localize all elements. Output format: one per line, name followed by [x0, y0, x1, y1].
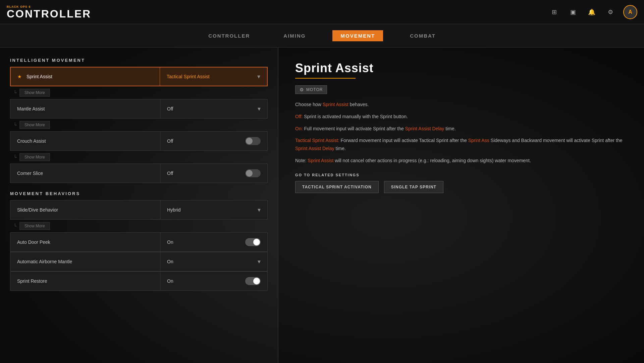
toggle-crouch[interactable] [245, 137, 261, 145]
movement-behaviors-list: Slide/Dive Behavior Hybrid ▾ └ Show More… [10, 200, 268, 291]
setting-sprint-assist[interactable]: ★ Sprint Assist Tactical Sprint Assist ▾ [10, 67, 268, 86]
setting-value-corner[interactable]: Off [160, 164, 267, 183]
highlight-sprint-delay: Sprint Assist Delay [405, 126, 444, 131]
related-buttons: Tactical Sprint Activation SINGLE TAP SP… [295, 181, 627, 193]
show-more-label-slide[interactable]: Show More [19, 222, 50, 230]
portrait-icon[interactable]: ▣ [567, 6, 579, 18]
nav-tabs: CONTROLLER AIMING MOVEMENT COMBAT [0, 24, 644, 48]
tab-combat[interactable]: COMBAT [403, 30, 442, 41]
setting-airborne-mantle[interactable]: Automatic Airborne Mantle On ▾ [10, 252, 268, 271]
highlight-tactical: Tactical Sprint Assist: [295, 138, 339, 143]
setting-value-slide[interactable]: Hybrid ▾ [160, 200, 267, 219]
setting-sprint-restore[interactable]: Sprint Restore On [10, 271, 268, 291]
setting-value-door[interactable]: On [160, 233, 267, 252]
right-panel: Sprint Assist ⚙ MOTOR Choose how Sprint … [278, 48, 644, 363]
detail-tactical-text: Tactical Sprint Assist: Forward movement… [295, 137, 627, 153]
setting-auto-door[interactable]: Auto Door Peek On [10, 232, 268, 252]
go-related-title: GO TO RELATED SETTINGS [295, 173, 627, 177]
toggle-door[interactable] [245, 238, 261, 246]
detail-title: Sprint Assist [295, 61, 627, 75]
toggle-knob-restore [253, 278, 260, 284]
indent-icon-mantle: └ [13, 122, 17, 128]
setting-name-sprint-assist: ★ Sprint Assist [11, 74, 160, 79]
tab-controller[interactable]: CONTROLLER [202, 30, 257, 41]
toggle-knob-crouch [246, 138, 253, 144]
motor-icon: ⚙ [300, 87, 304, 92]
indent-icon-crouch: └ [13, 154, 17, 160]
toggle-restore[interactable] [245, 277, 261, 285]
setting-value-mantle[interactable]: Off ▾ [160, 99, 267, 118]
motor-label: MOTOR [306, 87, 323, 92]
highlight-on: On: [295, 126, 303, 131]
page-title: CONTROLLER [7, 8, 91, 19]
star-icon: ★ [17, 74, 22, 79]
setting-value-crouch[interactable]: Off [160, 132, 267, 150]
logo-area: BLACK OPS 6 CONTROLLER [7, 5, 91, 19]
setting-name-door: Auto Door Peek [10, 239, 160, 245]
related-btn-tactical-sprint[interactable]: Tactical Sprint Activation [295, 181, 379, 193]
bell-icon[interactable]: 🔔 [586, 6, 598, 18]
intelligent-movement-list: ★ Sprint Assist Tactical Sprint Assist ▾… [10, 67, 268, 183]
show-more-slide[interactable]: └ Show More [10, 220, 268, 232]
related-btn-single-tap[interactable]: SINGLE TAP SPRINT [384, 181, 443, 193]
highlight-sprint-ass: Sprint Ass [468, 138, 489, 143]
setting-crouch-assist[interactable]: Crouch Assist Off [10, 131, 268, 151]
setting-name-airborne: Automatic Airborne Mantle [10, 259, 160, 264]
show-more-label-crouch[interactable]: Show More [19, 153, 50, 161]
indent-icon-slide: └ [13, 223, 17, 229]
setting-value-airborne[interactable]: On ▾ [160, 252, 267, 271]
detail-off-text: Off: Sprint is activated manually with t… [295, 113, 627, 121]
highlight-sprint-delay-2: Sprint Assist Delay [295, 146, 334, 151]
show-more-label-mantle[interactable]: Show More [19, 121, 50, 129]
left-panel: INTELLIGENT MOVEMENT ★ Sprint Assist Tac… [0, 48, 278, 363]
toggle-knob-door [253, 239, 260, 245]
avatar[interactable]: A [623, 5, 637, 19]
main-content: INTELLIGENT MOVEMENT ★ Sprint Assist Tac… [0, 48, 644, 363]
detail-title-underline [295, 78, 356, 79]
setting-corner-slice[interactable]: Corner Slice Off [10, 164, 268, 183]
setting-name-crouch: Crouch Assist [10, 138, 160, 144]
section-title-behaviors: MOVEMENT BEHAVIORS [10, 191, 268, 196]
highlight-off: Off: [295, 114, 303, 119]
page-wrapper: BLACK OPS 6 CONTROLLER ⊞ ▣ 🔔 ⚙ A CONTROL… [0, 0, 644, 363]
detail-note-text: Note: Sprint Assist will not cancel othe… [295, 157, 627, 165]
detail-on-text: On: Full movement input will activate Sp… [295, 125, 627, 133]
detail-description-1: Choose how Sprint Assist behaves. [295, 101, 627, 109]
show-more-mantle[interactable]: └ Show More [10, 119, 268, 131]
dropdown-arrow-slide: ▾ [258, 206, 261, 214]
section-title-intelligent: INTELLIGENT MOVEMENT [10, 58, 268, 63]
highlight-sprint-assist-1: Sprint Assist [323, 102, 348, 107]
dropdown-arrow-sprint: ▾ [257, 73, 260, 80]
setting-value-restore[interactable]: On [160, 272, 267, 290]
show-more-sprint[interactable]: └ Show More [10, 86, 268, 99]
dropdown-arrow-airborne: ▾ [258, 258, 261, 265]
setting-name-slide: Slide/Dive Behavior [10, 207, 160, 213]
highlight-sprint-note: Sprint Assist [308, 158, 333, 163]
gear-icon[interactable]: ⚙ [604, 6, 616, 18]
tab-movement[interactable]: MOVEMENT [332, 30, 383, 41]
tab-aiming[interactable]: AIMING [277, 30, 312, 41]
show-more-crouch[interactable]: └ Show More [10, 151, 268, 164]
setting-name-restore: Sprint Restore [10, 278, 160, 284]
setting-name-corner: Corner Slice [10, 171, 160, 176]
setting-slide-dive[interactable]: Slide/Dive Behavior Hybrid ▾ [10, 200, 268, 220]
top-icons: ⊞ ▣ 🔔 ⚙ A [548, 5, 637, 19]
motor-badge: ⚙ MOTOR [295, 85, 327, 94]
toggle-corner[interactable] [245, 169, 261, 177]
grid-icon[interactable]: ⊞ [548, 6, 560, 18]
indent-icon-sprint: └ [13, 90, 17, 95]
setting-mantle-assist[interactable]: Mantle Assist Off ▾ [10, 99, 268, 119]
dropdown-arrow-mantle: ▾ [258, 105, 261, 112]
setting-value-sprint-assist[interactable]: Tactical Sprint Assist ▾ [160, 67, 267, 86]
top-bar: BLACK OPS 6 CONTROLLER ⊞ ▣ 🔔 ⚙ A [0, 0, 644, 24]
setting-name-mantle: Mantle Assist [10, 106, 160, 111]
show-more-label-sprint[interactable]: Show More [19, 89, 50, 97]
toggle-knob-corner [246, 170, 253, 177]
